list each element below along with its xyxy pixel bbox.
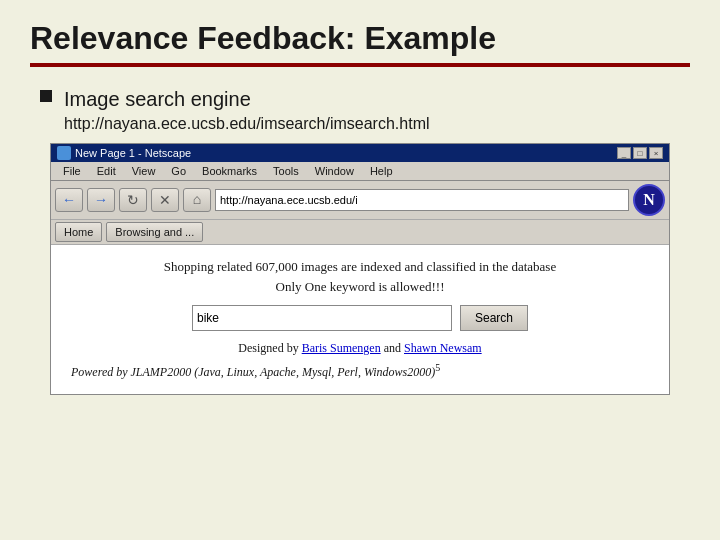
menu-file[interactable]: File bbox=[55, 164, 89, 178]
close-button[interactable]: × bbox=[649, 147, 663, 159]
menu-go[interactable]: Go bbox=[163, 164, 194, 178]
maximize-button[interactable]: □ bbox=[633, 147, 647, 159]
slide-title: Relevance Feedback: Example bbox=[30, 20, 690, 57]
search-input[interactable] bbox=[192, 305, 452, 331]
netscape-icon: N bbox=[633, 184, 665, 216]
bullet-url: http://nayana.ece.ucsb.edu/imsearch/imse… bbox=[64, 115, 430, 133]
home-link-button[interactable]: Home bbox=[55, 222, 102, 242]
back-button[interactable]: ← bbox=[55, 188, 83, 212]
bullet-content: Image search engine http://nayana.ece.uc… bbox=[64, 85, 430, 133]
titlebar-left: New Page 1 - Netscape bbox=[57, 146, 191, 160]
minimize-button[interactable]: _ bbox=[617, 147, 631, 159]
browser-titlebar: New Page 1 - Netscape _ □ × bbox=[51, 144, 669, 162]
browser-favicon bbox=[57, 146, 71, 160]
menu-edit[interactable]: Edit bbox=[89, 164, 124, 178]
browser-menubar: File Edit View Go Bookmarks Tools Window… bbox=[51, 162, 669, 181]
stop-button[interactable]: ✕ bbox=[151, 188, 179, 212]
browsing-link-button[interactable]: Browsing and ... bbox=[106, 222, 203, 242]
designed-by-prefix: Designed by bbox=[238, 341, 301, 355]
search-row: Search bbox=[71, 305, 649, 331]
bullet-section: Image search engine http://nayana.ece.uc… bbox=[30, 85, 690, 133]
slide-container: Relevance Feedback: Example Image search… bbox=[0, 0, 720, 540]
powered-by: Powered by JLAMP2000 (Java, Linux, Apach… bbox=[71, 362, 649, 380]
browser-content: Shopping related 607,000 images are inde… bbox=[51, 245, 669, 394]
browser-title: New Page 1 - Netscape bbox=[75, 147, 191, 159]
browser-window: New Page 1 - Netscape _ □ × File Edit Vi… bbox=[50, 143, 670, 395]
search-button[interactable]: Search bbox=[460, 305, 528, 331]
browser-toolbar: ← → ↻ ✕ ⌂ N bbox=[51, 181, 669, 220]
reload-button[interactable]: ↻ bbox=[119, 188, 147, 212]
forward-button[interactable]: → bbox=[87, 188, 115, 212]
menu-help[interactable]: Help bbox=[362, 164, 401, 178]
content-line1: Shopping related 607,000 images are inde… bbox=[71, 259, 649, 275]
title-underline bbox=[30, 63, 690, 67]
browser-navbar: Home Browsing and ... bbox=[51, 220, 669, 245]
bullet-square bbox=[40, 90, 52, 102]
designed-by: Designed by Baris Sumengen and Shawn New… bbox=[71, 341, 649, 356]
designed-and: and bbox=[381, 341, 404, 355]
menu-window[interactable]: Window bbox=[307, 164, 362, 178]
content-line2: Only One keyword is allowed!!! bbox=[71, 279, 649, 295]
titlebar-buttons: _ □ × bbox=[617, 147, 663, 159]
footnote-number: 5 bbox=[435, 362, 440, 373]
designer1-link[interactable]: Baris Sumengen bbox=[302, 341, 381, 355]
menu-tools[interactable]: Tools bbox=[265, 164, 307, 178]
menu-bookmarks[interactable]: Bookmarks bbox=[194, 164, 265, 178]
home-button[interactable]: ⌂ bbox=[183, 188, 211, 212]
url-bar[interactable] bbox=[215, 189, 629, 211]
designer2-link[interactable]: Shawn Newsam bbox=[404, 341, 482, 355]
bullet-label: Image search engine bbox=[64, 85, 430, 113]
menu-view[interactable]: View bbox=[124, 164, 164, 178]
powered-by-text: Powered by JLAMP2000 (Java, Linux, Apach… bbox=[71, 365, 435, 379]
